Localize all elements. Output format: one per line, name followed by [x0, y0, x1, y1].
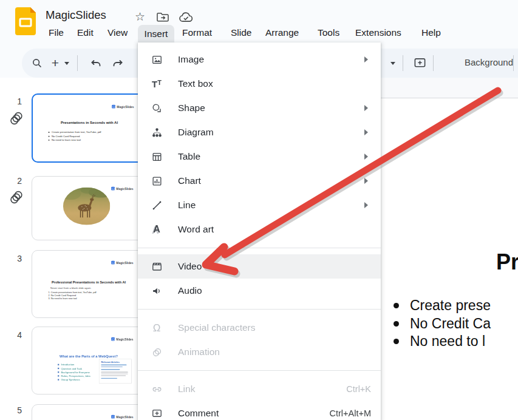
thumb-title: What are the Parts of a WebQuest?: [32, 354, 145, 358]
menu-item-line[interactable]: Line: [138, 193, 381, 217]
slide-number: 4: [9, 330, 22, 340]
thumb-bullets: Create presentation from text, YouTube, …: [49, 130, 101, 142]
slide-thumbnail-2[interactable]: MagicSlides: [32, 176, 146, 240]
menu-item-label: Text box: [178, 78, 213, 89]
magicslides-logo: MagicSlides: [111, 415, 133, 419]
menu-item-label: Animation: [178, 347, 220, 357]
slide-thumbnail-5[interactable]: MagicSlides: [32, 404, 146, 420]
thumb-numbered-list: 1. Create presentations from text, YouTu…: [49, 291, 97, 300]
thumb-title: Presentations in Seconds with AI: [33, 121, 146, 125]
menubar-slide[interactable]: Slide: [231, 27, 251, 38]
new-slide-plus-icon[interactable]: +: [49, 55, 62, 71]
undo-icon[interactable]: [87, 55, 103, 71]
slides-app-icon[interactable]: [15, 7, 36, 38]
magicslides-logo-icon: [111, 415, 115, 419]
menu-item-label: Comment: [178, 408, 219, 419]
toolbar-divider: [513, 55, 514, 71]
menu-separator: [138, 370, 381, 371]
video-icon: [150, 261, 163, 273]
magicslides-logo: MagicSlides: [111, 337, 133, 341]
menu-item-shape[interactable]: Shape: [138, 96, 381, 120]
table-icon: [150, 151, 163, 163]
magicslides-logo: MagicSlides: [111, 187, 133, 191]
slide-number: 3: [9, 254, 22, 263]
menubar-insert[interactable]: Insert: [138, 25, 174, 42]
image-icon: [150, 54, 163, 66]
slide-number: 2: [9, 176, 22, 186]
bullet-dot: [394, 303, 399, 308]
slide-thumbnail-4[interactable]: MagicSlides What are the Parts of a WebQ…: [32, 327, 146, 395]
slide-thumbnail-1[interactable]: MagicSlides Presentations in Seconds wit…: [32, 93, 147, 163]
menu-item-textbox[interactable]: TT Text box: [138, 72, 381, 96]
menu-item-table[interactable]: Table: [138, 144, 381, 169]
menubar-tools[interactable]: Tools: [318, 27, 339, 38]
background-button[interactable]: Background: [465, 57, 513, 67]
menu-item-comment[interactable]: Comment Ctrl+Alt+M: [138, 401, 381, 420]
menu-item-label: Image: [178, 54, 204, 65]
menubar-help[interactable]: Help: [421, 27, 441, 38]
menu-item-label: Video: [178, 261, 202, 272]
menu-item-label: Audio: [178, 285, 202, 296]
bullet-dot: [394, 339, 399, 344]
toolbar-divider: [433, 55, 434, 71]
menu-item-label: Word art: [178, 224, 214, 235]
add-comment-icon[interactable]: [411, 55, 429, 71]
slide-number: 1: [9, 97, 22, 106]
menu-item-chart[interactable]: Chart: [138, 169, 381, 193]
menu-item-label: Special characters: [178, 322, 256, 333]
transition-indicator-icon[interactable]: [9, 189, 25, 208]
keyboard-shortcut: Ctrl+Alt+M: [330, 408, 372, 418]
menu-item-label: Line: [178, 200, 196, 211]
menu-item-animation: Animation: [138, 340, 381, 364]
magicslides-logo-icon: [111, 261, 115, 265]
diagram-icon: [150, 127, 163, 138]
textbox-icon: TT: [150, 79, 163, 89]
slide-thumbnail-3[interactable]: MagicSlides Professional Presentations i…: [32, 250, 146, 318]
menu-item-diagram[interactable]: Diagram: [138, 120, 381, 144]
menu-item-label: Shape: [178, 103, 205, 113]
thumb-subtitle: Never start from a blank slide again.: [50, 286, 91, 290]
menu-item-video[interactable]: Video: [138, 254, 381, 279]
menubar-format[interactable]: Format: [182, 27, 212, 38]
document-title[interactable]: MagicSlides: [46, 8, 106, 22]
transition-indicator-icon[interactable]: [9, 110, 25, 129]
submenu-arrow-icon: [364, 178, 371, 184]
menubar-edit[interactable]: Edit: [77, 27, 94, 38]
deer-image: [63, 188, 111, 225]
line-icon: [150, 200, 163, 211]
shape-icon: [150, 103, 163, 114]
google-slides-window: MagicSlides ☆ File Edit View Insert Form…: [0, 0, 518, 420]
menubar-file[interactable]: File: [49, 27, 64, 38]
search-icon[interactable]: [28, 55, 46, 71]
line-tool-caret-icon[interactable]: [388, 55, 398, 71]
new-slide-caret-icon[interactable]: [62, 55, 72, 71]
cloud-saved-icon[interactable]: [179, 12, 194, 25]
menu-item-label: Diagram: [178, 127, 214, 138]
menu-item-audio[interactable]: Audio: [138, 279, 381, 303]
toolbar-divider: [77, 55, 78, 71]
submenu-arrow-icon: [364, 105, 371, 111]
wordart-icon: AA: [150, 225, 163, 234]
submenu-arrow-icon: [364, 129, 371, 135]
slide-title-textbox[interactable]: Pr: [496, 249, 518, 275]
star-icon[interactable]: ☆: [135, 10, 145, 24]
thumb-bullets: Introduction Question and Task Backgroun…: [58, 363, 90, 382]
menubar-view[interactable]: View: [107, 27, 128, 38]
menu-item-image[interactable]: Image: [138, 47, 381, 72]
menubar-extensions[interactable]: Extensions: [355, 27, 401, 38]
submenu-arrow-icon: [364, 202, 371, 208]
audio-icon: [150, 285, 163, 297]
slide-top-edge: [381, 98, 518, 98]
magicslides-logo-icon: [111, 187, 115, 191]
slide-body-textbox[interactable]: Create prese No Credit Ca No need to l: [394, 297, 491, 351]
menubar-arrange[interactable]: Arrange: [265, 27, 299, 38]
menu-item-wordart[interactable]: AA Word art: [138, 217, 381, 242]
menu-item-label: Chart: [178, 175, 201, 186]
magicslides-logo-icon: [112, 105, 115, 109]
redo-icon[interactable]: [111, 55, 126, 71]
thumb-side-card: Relevant Articles: [99, 359, 132, 384]
move-folder-icon[interactable]: [156, 12, 169, 25]
thumb-title: Professional Presentations in Seconds wi…: [32, 280, 145, 284]
bullet-dot: [394, 321, 399, 327]
menu-item-label: Table: [178, 151, 200, 162]
